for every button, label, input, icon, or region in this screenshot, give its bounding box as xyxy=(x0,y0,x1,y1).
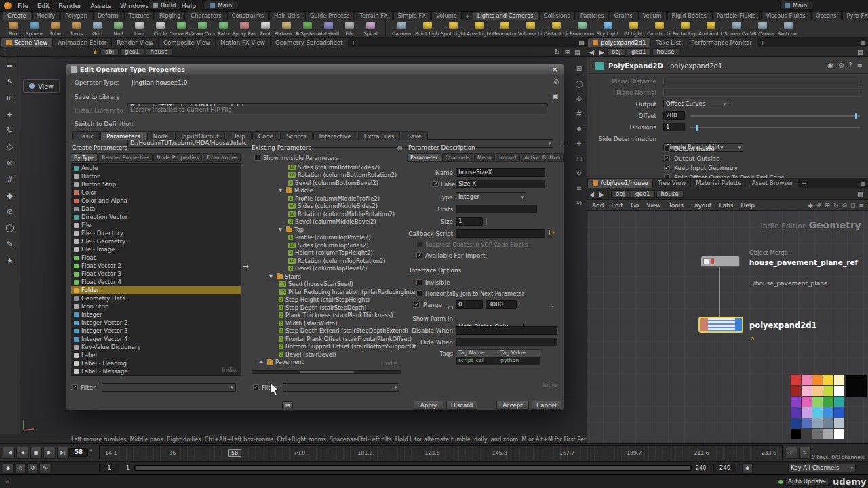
viewport-tool-icon[interactable]: ⊘ xyxy=(573,195,585,210)
network-menu-item[interactable]: Layout xyxy=(691,202,712,209)
path-chip[interactable]: house xyxy=(656,190,684,198)
parameter-type-item[interactable]: Float Vector 4 xyxy=(71,278,241,286)
viewport-tool-icon[interactable]: ⊞ xyxy=(573,61,585,76)
description-tab[interactable]: Action Button xyxy=(521,153,564,162)
path-chip[interactable]: obj xyxy=(100,48,119,56)
path-chip[interactable]: obj xyxy=(607,48,625,56)
label-checkbox[interactable]: ✓ xyxy=(433,181,439,187)
range-min-field[interactable]: 0 xyxy=(456,300,483,309)
toolbar-icon[interactable]: ◆ xyxy=(0,187,20,203)
pane-tab[interactable]: Motion FX View xyxy=(216,38,270,47)
timeline-tick-label[interactable]: 189.7 xyxy=(627,450,642,456)
create-parameters-tab[interactable]: By Type xyxy=(71,153,98,162)
pane-tab[interactable]: Render View xyxy=(112,38,158,47)
parameter-tree-row[interactable]: 10 Sides (columnBottomSides2) xyxy=(250,163,404,171)
output-outside-checkbox[interactable]: ✓ xyxy=(664,155,670,161)
palette-swatch[interactable] xyxy=(791,407,801,418)
parameter-type-item[interactable]: Icon Strip xyxy=(71,302,241,310)
scene-selector-right[interactable]: Main xyxy=(780,1,812,10)
parameter-tree-row[interactable]: ▼ Top xyxy=(250,226,404,234)
type-dropdown[interactable]: Integer xyxy=(456,192,526,201)
keyframe-icon-button[interactable]: ↺ xyxy=(27,463,38,474)
shelf-tool[interactable]: Torus xyxy=(66,20,87,37)
create-parameters-tab[interactable]: Node Properties xyxy=(153,153,202,162)
shelf-tab[interactable]: Rigid Bodies xyxy=(667,11,711,20)
node-wire[interactable] xyxy=(719,267,720,317)
message-log-icon[interactable]: ≡ xyxy=(3,478,13,485)
units-field[interactable] xyxy=(456,205,537,214)
favorites-star-icon[interactable]: ★ xyxy=(90,48,100,56)
parameter-type-item[interactable]: File - Directory xyxy=(71,229,241,237)
toolbar-icon[interactable]: ◇ xyxy=(0,138,20,155)
toolbar-icon[interactable]: ⊘ xyxy=(0,203,20,220)
shelf-tool[interactable]: Ambient Light xyxy=(698,20,724,37)
parameter-type-item[interactable]: File - Geometry xyxy=(71,237,241,245)
parameter-type-item[interactable]: Float Vector 3 xyxy=(71,270,241,278)
parameter-type-item[interactable]: Angle xyxy=(71,164,241,172)
parameter-type-item[interactable]: Integer Vector 4 xyxy=(71,335,241,343)
scrollbar-thumb[interactable] xyxy=(300,371,354,373)
shelf-tab[interactable]: Particle Fluids xyxy=(712,11,761,20)
polyexpand2d1-node[interactable] xyxy=(698,317,743,333)
palette-swatch[interactable] xyxy=(834,396,844,407)
timeline-tick-label[interactable]: 145.8 xyxy=(492,450,507,456)
parameter-tree-row[interactable]: 10 Sides (columnTopSides2) xyxy=(250,241,404,249)
shelf-tool[interactable]: Geometry Light xyxy=(492,20,517,37)
toolbar-icon[interactable]: ★ xyxy=(0,252,20,268)
shelf-tool[interactable]: Stereo Camera xyxy=(724,20,749,37)
shelf-tab[interactable]: Particles xyxy=(576,11,609,20)
dialog-tab[interactable]: Help xyxy=(226,131,252,140)
shelf-tool[interactable]: Spot Light xyxy=(440,20,466,37)
shelf-tab[interactable]: Rigging xyxy=(155,11,185,20)
parameter-tree-row[interactable]: 10 Sides (columnMiddleSides2) xyxy=(250,203,404,211)
file-browse-icon[interactable]: ▣ xyxy=(552,92,558,100)
dialog-tab[interactable]: Extra Files xyxy=(358,131,401,140)
shelf-tab[interactable]: Hair Utils xyxy=(269,11,304,20)
viewport-tool-icon[interactable]: ◻ xyxy=(573,150,585,165)
palette-swatch[interactable] xyxy=(823,396,833,407)
label-field[interactable]: Size X xyxy=(456,180,545,188)
toolbar-icon[interactable]: ✎ xyxy=(0,236,20,252)
parameter-type-item[interactable]: Label xyxy=(71,351,241,359)
close-icon[interactable]: × xyxy=(550,65,559,74)
node-name-label[interactable]: house_pavement_plane_ref xyxy=(749,258,858,266)
viewport-tool-icon[interactable]: ≡ xyxy=(573,180,585,195)
node-flag[interactable] xyxy=(711,258,714,264)
palette-swatch[interactable] xyxy=(812,418,823,428)
transport-button[interactable]: |◀ xyxy=(3,447,15,459)
parameter-tree-row[interactable]: 1 Profile (columnMiddleProfile2) xyxy=(250,195,404,203)
shelf-tab[interactable]: Vellum xyxy=(638,11,667,20)
timeline-tick-label[interactable]: 211.6 xyxy=(694,450,709,456)
shelf-tool[interactable]: VR Camera xyxy=(749,20,775,37)
playbar-icon-button[interactable]: ♪ xyxy=(785,447,797,459)
palette-swatch[interactable] xyxy=(791,396,801,407)
object-merge-node[interactable] xyxy=(701,256,740,267)
range-max-field[interactable]: 3000 xyxy=(486,300,517,309)
param-pane-icon[interactable]: ◉ xyxy=(827,62,833,69)
cancel-button[interactable]: Cancel xyxy=(532,401,561,410)
palette-swatch[interactable] xyxy=(791,386,801,396)
parameter-tree-row[interactable]: 2 Bevel (columnTopBevel2) xyxy=(250,265,404,273)
timeline-tick-label[interactable]: 79.9 xyxy=(294,450,305,456)
dialog-tab[interactable]: Code xyxy=(252,131,279,140)
pane-tab[interactable]: /obj/geo1/house xyxy=(588,179,652,188)
toolbar-icon[interactable]: # xyxy=(0,171,20,187)
playbar-icon-button[interactable]: ↻ xyxy=(799,447,811,459)
parameter-tree-row[interactable]: 10 Rotation (columnBottomRotation2) xyxy=(250,171,404,180)
shelf-tool[interactable]: Curve Bezier xyxy=(171,20,192,37)
palette-swatch[interactable] xyxy=(802,407,812,418)
parameter-tree-row[interactable]: 2 Frontal Plank Offset (stairFrontalPlan… xyxy=(250,335,404,343)
shelf-tool[interactable]: Circle xyxy=(150,20,171,37)
network-toolbar-icon[interactable]: ⊚ xyxy=(842,202,847,209)
key-mode-dropdown[interactable]: Key All Channels xyxy=(788,464,856,472)
menu-item[interactable]: Render xyxy=(58,2,81,9)
parameter-tree-row[interactable]: 2 Bottom Support Offset (stairBottomSupp… xyxy=(250,343,404,351)
pane-tab[interactable]: Material Palette xyxy=(691,179,746,188)
palette-swatch[interactable] xyxy=(812,407,823,418)
dialog-tab[interactable]: Scripts xyxy=(280,131,313,140)
parameter-type-item[interactable]: Float Vector 2 xyxy=(71,262,241,270)
toolbar-icon[interactable]: ↻ xyxy=(0,122,20,138)
name-field[interactable]: houseSizeX xyxy=(456,168,545,177)
palette-swatch[interactable] xyxy=(802,386,812,396)
parameter-tree-row[interactable]: 10 Rotation (columnMiddleRotation2) xyxy=(250,210,404,218)
